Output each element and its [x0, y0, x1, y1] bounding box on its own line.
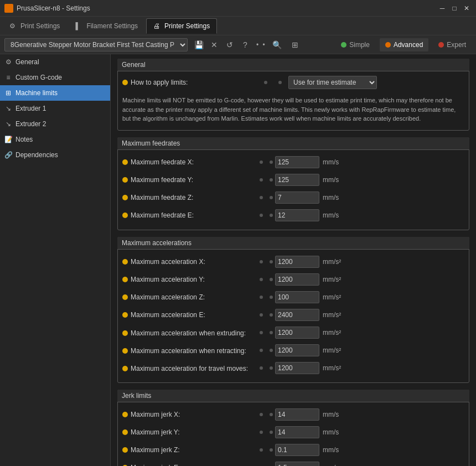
- jerk-e-unit: mm/s: [323, 464, 345, 467]
- accel-e-label: Maximum acceleration E:: [131, 311, 255, 319]
- accel-y-label-container: Maximum acceleration Y:: [122, 276, 255, 283]
- accel-x-sep1: [260, 260, 263, 263]
- feedrate-e-input[interactable]: [275, 209, 319, 221]
- accel-retracting-input[interactable]: [275, 344, 319, 356]
- expert-mode-button[interactable]: Expert: [433, 38, 472, 51]
- network-button[interactable]: ⊞: [288, 38, 302, 51]
- jerk-z-input[interactable]: [275, 444, 319, 456]
- general-section-title: General: [117, 59, 469, 71]
- discard-icon-button[interactable]: ✕: [208, 38, 221, 51]
- jerk-y-sep2: [270, 431, 273, 434]
- accel-extruding-dot: [122, 330, 128, 336]
- feedrate-e-sep1: [260, 214, 263, 217]
- simple-mode-button[interactable]: Simple: [335, 38, 375, 51]
- accel-z-unit: mm/s²: [323, 293, 345, 301]
- sidebar-item-notes[interactable]: 📝 Notes: [0, 132, 110, 147]
- jerk-e-input[interactable]: [275, 462, 319, 467]
- jerk-x-unit: mm/s: [323, 411, 345, 418]
- tabbar: ⚙ Print Settings ▌ Filament Settings 🖨 P…: [0, 17, 476, 35]
- feedrate-y-dot: [122, 177, 128, 183]
- reload-icon-button[interactable]: ↺: [223, 38, 236, 51]
- tab-printer[interactable]: 🖨 Printer Settings: [146, 18, 217, 34]
- accel-x-sep2: [270, 260, 273, 263]
- accel-travel-label: Maximum acceleration for travel moves:: [131, 365, 255, 372]
- accel-travel-input[interactable]: [275, 362, 319, 374]
- feedrate-y-unit: mm/s: [323, 176, 345, 184]
- sidebar-item-dependencies[interactable]: 🔗 Dependencies: [0, 147, 110, 163]
- extruder-1-icon: ↘: [4, 105, 12, 112]
- feedrate-y-input[interactable]: [275, 174, 319, 186]
- sidebar-item-custom-gcode[interactable]: ≡ Custom G-code: [0, 70, 110, 85]
- feedrate-x-unit: mm/s: [323, 158, 345, 166]
- titlebar: PrusaSlicer-n8 - Settings ─ □ ✕: [0, 0, 476, 17]
- advanced-mode-button[interactable]: Advanced: [380, 38, 428, 51]
- modebar: 8Generative Stepper Motor Bracket First …: [0, 35, 476, 54]
- accel-extruding-input[interactable]: [275, 327, 319, 339]
- accel-extruding-label: Maximum acceleration when extruding:: [131, 329, 255, 337]
- jerk-x-row: Maximum jerk X: mm/s: [122, 407, 464, 422]
- how-to-apply-select[interactable]: Use for time estimate Also emit G-code I…: [288, 76, 377, 89]
- accel-z-input[interactable]: [275, 291, 319, 303]
- sidebar-item-extruder-2-label: Extruder 2: [15, 120, 46, 128]
- jerk-y-input[interactable]: [275, 426, 319, 438]
- how-dot-sep2: [278, 81, 282, 84]
- feedrates-section: Maximum feedrates Maximum feedrate X: mm…: [117, 137, 469, 230]
- accel-extruding-unit: mm/s²: [323, 329, 345, 336]
- tab-filament-label: Filament Settings: [86, 22, 138, 30]
- sidebar-item-custom-gcode-label: Custom G-code: [15, 74, 62, 81]
- app-icon: [4, 4, 13, 13]
- accel-z-row: Maximum acceleration Z: mm/s²: [122, 289, 464, 305]
- accel-retracting-row: Maximum acceleration when retracting: mm…: [122, 343, 464, 358]
- sidebar-item-extruder-1-label: Extruder 1: [15, 105, 46, 112]
- accel-x-label-container: Maximum acceleration X:: [122, 258, 255, 266]
- accel-x-dot: [122, 259, 128, 265]
- window-controls: ─ □ ✕: [437, 3, 472, 13]
- accel-e-sep2: [270, 313, 273, 317]
- jerk-e-label-container: Maximum jerk E:: [122, 464, 255, 467]
- general-section: General How to apply limits: Use for tim…: [117, 59, 469, 131]
- jerk-x-sep1: [260, 413, 263, 416]
- feedrate-z-input[interactable]: [275, 191, 319, 204]
- jerk-section: Jerk limits Maximum jerk X: mm/s Maximum: [117, 390, 469, 467]
- feedrate-x-input[interactable]: [275, 156, 319, 168]
- save-icon-button[interactable]: 💾: [192, 38, 205, 51]
- accel-y-input[interactable]: [275, 273, 319, 286]
- feedrate-z-row: Maximum feedrate Z: mm/s: [122, 190, 464, 205]
- accel-x-input[interactable]: [275, 256, 319, 268]
- jerk-y-unit: mm/s: [323, 428, 345, 436]
- tab-print[interactable]: ⚙ Print Settings: [2, 18, 67, 34]
- close-button[interactable]: ✕: [462, 3, 472, 13]
- feedrate-e-label-container: Maximum feedrate E:: [122, 211, 255, 219]
- filament-settings-icon: ▌: [75, 22, 83, 30]
- help-icon-button[interactable]: ?: [239, 38, 252, 51]
- minimize-button[interactable]: ─: [437, 3, 447, 13]
- machine-limits-icon: ⊞: [4, 89, 12, 97]
- sidebar-item-dependencies-label: Dependencies: [15, 151, 58, 159]
- feedrates-section-content: Maximum feedrate X: mm/s Maximum feedrat…: [118, 150, 469, 230]
- accel-e-input[interactable]: [275, 309, 319, 321]
- jerk-y-label-container: Maximum jerk Y:: [122, 428, 255, 436]
- sidebar: ⚙ General ≡ Custom G-code ⊞ Machine limi…: [0, 54, 111, 466]
- sidebar-item-general[interactable]: ⚙ General: [0, 54, 110, 70]
- profile-select[interactable]: 8Generative Stepper Motor Bracket First …: [4, 38, 188, 51]
- accel-e-sep1: [260, 313, 263, 317]
- notes-icon: 📝: [4, 136, 12, 143]
- jerk-x-input[interactable]: [275, 408, 319, 421]
- sidebar-item-machine-limits[interactable]: ⊞ Machine limits: [0, 85, 110, 101]
- sidebar-item-extruder-2[interactable]: ↘ Extruder 2: [0, 116, 110, 132]
- jerk-z-sep1: [260, 448, 263, 452]
- sidebar-item-extruder-1[interactable]: ↘ Extruder 1: [0, 101, 110, 116]
- maximize-button[interactable]: □: [449, 3, 459, 13]
- accel-z-sep1: [260, 296, 263, 299]
- accel-y-row: Maximum acceleration Y: mm/s²: [122, 272, 464, 287]
- custom-gcode-icon: ≡: [4, 74, 12, 81]
- search-button[interactable]: 🔍: [271, 38, 284, 51]
- tab-filament[interactable]: ▌ Filament Settings: [68, 18, 145, 34]
- accel-travel-unit: mm/s²: [323, 364, 345, 372]
- accel-travel-sep2: [270, 366, 273, 370]
- jerk-y-label: Maximum jerk Y:: [131, 428, 255, 436]
- feedrate-e-sep2: [270, 214, 273, 217]
- accel-retracting-sep2: [270, 349, 273, 352]
- accel-y-sep2: [270, 278, 273, 281]
- jerk-x-label: Maximum jerk X:: [131, 411, 255, 418]
